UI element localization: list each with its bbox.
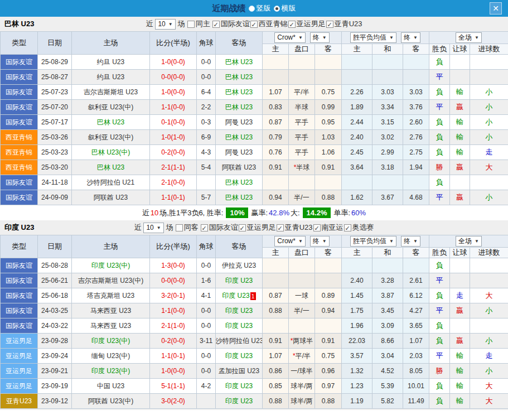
match-row: 国际友谊25-06-21吉尔吉斯斯坦 U23(中)0-0(0-0)1-6印度 U… — [1, 273, 508, 288]
checkbox-checked-icon: ✓ — [344, 224, 351, 231]
summary-part: 近 — [142, 208, 149, 218]
col-header-odds-away: 客 — [403, 247, 429, 258]
chevron-down-icon: ▼ — [389, 35, 394, 40]
competition-checkbox[interactable]: ✓南亚运 — [313, 223, 343, 233]
radio-checked-icon — [274, 6, 280, 12]
handicap-home-odds — [263, 55, 289, 70]
competition-label: 南亚运 — [322, 223, 343, 233]
away-team-name: 巴林 U23 — [225, 133, 253, 141]
handicap-away-odds: 0.95 — [315, 115, 342, 130]
match-count-select[interactable]: 10 ▼ — [155, 19, 175, 30]
vertical-layout-radio[interactable]: 竖版 — [249, 3, 271, 13]
avg-home-odds: 1.45 — [342, 288, 372, 303]
result-goals: 小 — [470, 85, 508, 100]
close-icon[interactable]: ✕ — [490, 2, 502, 15]
handicap-line: 球半/两 — [289, 379, 315, 394]
handicap-group-header: Crow*▼ 终▼ — [263, 235, 342, 248]
corner-score: 0-0 — [197, 70, 216, 85]
col-header-let-goal: 让球 — [450, 44, 470, 54]
summary-part: 42.8% — [269, 209, 289, 217]
corner-score: 0-3 — [197, 115, 216, 130]
competition-checkbox[interactable]: ✓国际友谊 — [201, 223, 238, 233]
match-date: 25-08-28 — [38, 258, 72, 273]
match-row: 国际友谊24-11-18沙特阿拉伯 U212-1(0-0)巴林 U23負 — [1, 175, 508, 190]
match-row: 国际友谊25-08-29约旦 U231-0(0-0)0-0巴林 U23負 — [1, 55, 508, 70]
match-type-badge: 亚运男足 — [1, 334, 38, 349]
competition-label: 亚运男足 — [297, 19, 326, 29]
match-row: 亚运男足23-09-21印度 U23(中)1-0(0-0)0-0孟加拉国 U23… — [1, 364, 508, 379]
away-team: 印度 U23 — [216, 349, 263, 364]
handicap-away-odds: 0.88 — [315, 190, 342, 205]
competition-checkbox[interactable]: ✓亚运男足 — [239, 223, 276, 233]
col-header-corner: 角球 — [197, 32, 216, 55]
match-count-select[interactable]: 10 ▼ — [143, 223, 163, 233]
match-type-badge: 国际友谊 — [1, 318, 38, 334]
competition-checkbox[interactable]: ✓西亚青锦 — [250, 19, 288, 29]
avg-away-odds: 8.05 — [403, 364, 429, 379]
result-wdl: 勝 — [429, 364, 450, 379]
away-team-name: 阿曼 U23 — [225, 118, 253, 126]
avg-odds-select[interactable]: 胜平负均值▼ — [350, 236, 396, 247]
avg-final-select[interactable]: 终▼ — [401, 32, 420, 43]
matches-table-india: 类型 日期 主场 比分(半场) 角球 客场 Crow*▼ 终▼ 胜平负均值▼ 终… — [0, 235, 508, 409]
result-handicap: 贏 — [450, 190, 470, 205]
match-type-badge: 国际友谊 — [1, 175, 38, 190]
away-team: 巴林 U23 — [216, 85, 263, 100]
handicap-away-odds — [315, 318, 342, 334]
handicap-away-odds: 0.75 — [315, 85, 342, 100]
chevron-down-icon: ▼ — [298, 239, 303, 244]
match-type-badge: 西亚青锦 — [1, 145, 38, 160]
avg-odds-select[interactable]: 胜平负均值▼ — [350, 32, 396, 43]
match-row: 亚青U2323-09-12阿联酋 U23(中)3-0(2-0)印度 U230.8… — [1, 394, 508, 409]
result-wdl: 平 — [429, 273, 450, 288]
result-wdl: 負 — [429, 334, 450, 349]
summary-part: 赢率: — [251, 208, 268, 218]
handicap-final-select[interactable]: 终▼ — [310, 236, 330, 247]
match-type-badge: 国际友谊 — [1, 115, 38, 130]
col-header-score: 比分(半场) — [150, 235, 197, 258]
home-team: 缅甸 U23(中) — [72, 349, 150, 364]
scope-select[interactable]: 全场▼ — [456, 236, 482, 247]
result-goals: 小 — [470, 334, 508, 349]
result-goals: 大 — [470, 394, 508, 409]
match-type-badge: 亚运男足 — [1, 349, 38, 364]
avg-away-odds: 3.76 — [403, 100, 429, 115]
competition-checkbox[interactable]: ✓亚青U23 — [277, 223, 313, 233]
scope-select[interactable]: 全场▼ — [456, 32, 482, 43]
col-header-goals: 进球数 — [470, 247, 508, 258]
home-team: 印度 U23(中) — [72, 258, 150, 273]
horizontal-layout-radio[interactable]: 横版 — [274, 3, 296, 13]
same-away-checkbox[interactable]: 同客 — [176, 223, 199, 233]
odds-company-select[interactable]: Crow*▼ — [274, 236, 306, 247]
live-odds-star-icon: * — [294, 163, 297, 171]
match-row: 西亚青锦25-03-26叙利亚 U23(中)1-0(1-0)6-9巴林 U230… — [1, 130, 508, 145]
handicap-home-odds: 0.79 — [263, 130, 289, 145]
avg-draw-odds: 2.99 — [372, 145, 403, 160]
same-home-checkbox[interactable]: 同主 — [187, 19, 210, 29]
results-group-header: 全场▼ — [429, 235, 508, 248]
match-date: 25-07-23 — [38, 85, 72, 100]
away-team-name: 巴林 U23 — [225, 58, 253, 66]
home-team: 马来西亚 U23 — [72, 303, 150, 318]
match-score: 0-1(0-0) — [150, 115, 197, 130]
competition-checkbox[interactable]: ✓国际友谊 — [212, 19, 250, 29]
corner-score: 3-11 — [197, 334, 216, 349]
avg-final-select[interactable]: 终▼ — [401, 236, 420, 247]
result-handicap — [450, 175, 470, 190]
result-handicap: 贏 — [450, 303, 470, 318]
result-goals: 大 — [470, 379, 508, 394]
result-goals: 大 — [470, 288, 508, 303]
odds-company-select[interactable]: Crow*▼ — [274, 32, 306, 43]
away-team: 阿曼 U23 — [216, 145, 263, 160]
avg-home-odds — [342, 258, 372, 273]
matches-table-bahrain: 类型 日期 主场 比分(半场) 角球 客场 Crow*▼ 终▼ 胜平负均值▼ 终… — [0, 31, 508, 205]
competition-checkbox[interactable]: ✓亚运男足 — [288, 19, 326, 29]
avg-away-odds: 2.60 — [403, 115, 429, 130]
competition-checkbox[interactable]: ✓亚青U23 — [326, 19, 362, 29]
competition-checkbox[interactable]: ✓奥选赛 — [344, 223, 374, 233]
handicap-final-select[interactable]: 终▼ — [310, 32, 330, 43]
result-handicap — [450, 273, 470, 288]
handicap-home-odds — [263, 318, 289, 334]
handicap-line — [289, 318, 315, 334]
competition-label: 国际友谊 — [221, 19, 250, 29]
